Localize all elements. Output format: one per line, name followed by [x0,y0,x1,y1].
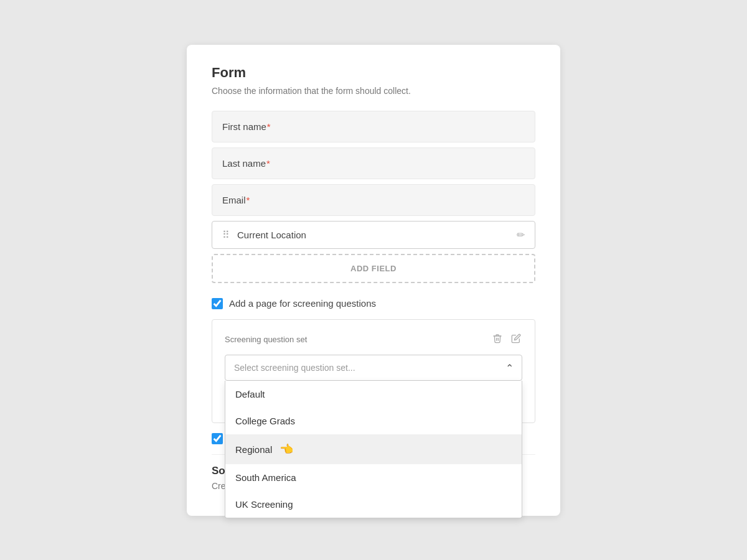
dropdown-item-south-america[interactable]: South America [225,464,522,491]
form-title: Form [212,65,535,81]
select-wrapper: Select screening question set... ⌃ Defau… [225,355,522,381]
delete-screening-button[interactable] [491,332,504,347]
drag-icon[interactable]: ⠿ [222,229,230,241]
screening-header: Screening question set [225,332,522,347]
form-card: Form Choose the information that the for… [187,45,560,516]
add-field-button[interactable]: ADD FIELD [212,254,535,283]
screening-box-title: Screening question set [225,335,307,344]
screening-question-box: Screening question set [212,319,535,423]
cursor-hand-icon: 👈 [280,442,293,456]
dropdown-item-regional[interactable]: Regional 👈 [225,434,522,464]
select-placeholder: Select screening question set... [234,363,355,373]
screening-checkbox-row: Add a page for screening questions [212,298,535,309]
dropdown-menu: Default College Grads Regional 👈 South A… [225,381,522,518]
dropdown-item-college-grads[interactable]: College Grads [225,408,522,434]
screening-icon-group [491,332,522,347]
screening-checkbox[interactable] [212,298,223,309]
required-star-1: * [267,121,271,132]
first-name-field: First name* [212,111,535,142]
email-field: Email* [212,184,535,216]
screening-checkbox-label: Add a page for screening questions [229,298,376,309]
current-location-label: Current Location [237,230,517,240]
required-star-3: * [247,195,250,205]
form-description: Choose the information that the form sho… [212,86,535,96]
required-star-2: * [266,158,270,169]
current-location-field: ⠿ Current Location ✏ [212,221,535,249]
edit-screening-button[interactable] [510,332,522,347]
last-name-label: Last name [222,158,266,169]
dropdown-item-default[interactable]: Default [225,381,522,408]
location-edit-icon[interactable]: ✏ [517,229,525,241]
email-label: Email [222,195,246,205]
first-name-label: First name [222,121,266,132]
second-checkbox[interactable] [212,433,223,444]
last-name-field: Last name* [212,147,535,179]
select-input[interactable]: Select screening question set... [225,355,522,381]
dropdown-item-uk-screening[interactable]: UK Screening [225,491,522,518]
